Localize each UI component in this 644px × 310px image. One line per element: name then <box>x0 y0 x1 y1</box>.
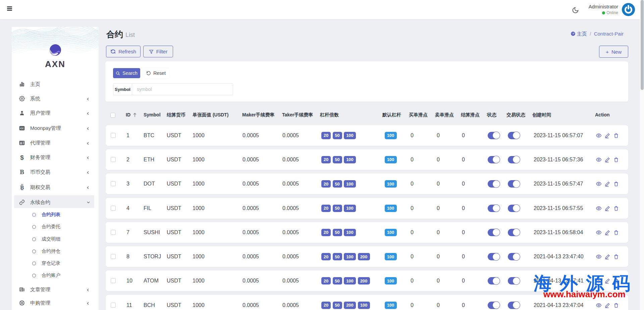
svg-text:B: B <box>20 184 24 191</box>
svg-text:CC: CC <box>20 127 24 130</box>
